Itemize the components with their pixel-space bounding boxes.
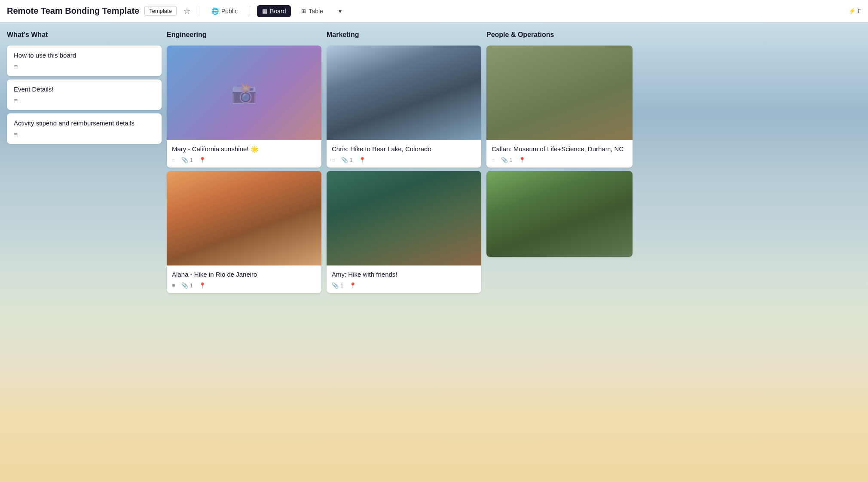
- pin-icon: 📍: [349, 282, 356, 289]
- pin-icon: 📍: [199, 157, 206, 163]
- attachment-meta: 📎 1: [181, 157, 193, 163]
- paperclip-icon: 📎: [501, 157, 508, 163]
- pin-icon: 📍: [519, 157, 526, 163]
- card-image-mary: [167, 46, 321, 140]
- pin-meta: 📍: [359, 157, 366, 163]
- page-title: Remote Team Bonding Template: [7, 6, 139, 16]
- card-body: Mary - California sunshine! 🌟 ≡ 📎 1 📍: [167, 140, 321, 168]
- more-views-button[interactable]: ▾: [333, 5, 347, 17]
- card-meta: ≡ 📎 1 📍: [492, 157, 627, 163]
- card-meta: ≡ 📎 1 📍: [172, 282, 316, 289]
- attachment-count: 1: [190, 157, 193, 163]
- pin-meta: 📍: [349, 282, 356, 289]
- card-image-alana: [167, 171, 321, 265]
- lines-meta: ≡: [172, 282, 175, 289]
- card-meta: 📎 1 📍: [332, 282, 476, 289]
- paperclip-icon: 📎: [341, 157, 348, 163]
- lines-meta: ≡: [492, 157, 495, 163]
- lines-icon: ≡: [14, 131, 155, 139]
- lines-icon: ≡: [172, 157, 175, 163]
- column-engineering: Engineering Mary - California sunshine! …: [167, 29, 321, 475]
- column-whats-what: What's What How to use this board ≡ Even…: [7, 29, 162, 475]
- card-body: Amy: Hike with friends! 📎 1 📍: [327, 265, 481, 293]
- filter-button[interactable]: ⚡ F: [849, 8, 861, 14]
- divider: [199, 6, 199, 16]
- lines-icon: ≡: [14, 97, 155, 105]
- paperclip-icon: 📎: [332, 282, 339, 289]
- column-header-whats-what: What's What: [7, 29, 162, 42]
- pin-meta: 📍: [519, 157, 526, 163]
- attachment-count: 1: [190, 282, 193, 289]
- public-button[interactable]: 🌐 Public: [206, 5, 243, 17]
- lines-meta: ≡: [332, 157, 335, 163]
- table-icon: ⊞: [301, 8, 306, 14]
- pin-icon: 📍: [359, 157, 366, 163]
- card-title: Callan: Museum of Life+Science, Durham, …: [492, 144, 627, 153]
- column-header-marketing: Marketing: [327, 29, 481, 42]
- card-title: Alana - Hike in Rio de Janeiro: [172, 270, 316, 279]
- card-image-second-po: [486, 171, 633, 257]
- attachment-meta: 📎 1: [332, 282, 343, 289]
- card-alana[interactable]: Alana - Hike in Rio de Janeiro ≡ 📎 1 📍: [167, 171, 321, 293]
- board-icon: ▦: [262, 8, 267, 14]
- card-body: Alana - Hike in Rio de Janeiro ≡ 📎 1 📍: [167, 265, 321, 293]
- table-view-button[interactable]: ⊞ Table: [296, 5, 328, 17]
- card-activity-stipend[interactable]: Activity stipend and reimbursement detai…: [7, 113, 162, 144]
- divider-2: [250, 6, 250, 16]
- column-people-ops: People & Operations Callan: Museum of Li…: [486, 29, 633, 475]
- lines-meta: ≡: [172, 157, 175, 163]
- card-body: Callan: Museum of Life+Science, Durham, …: [486, 140, 633, 168]
- template-badge[interactable]: Template: [144, 6, 177, 16]
- star-icon: ☆: [183, 6, 190, 16]
- attachment-count: 1: [350, 157, 353, 163]
- card-image-callan: [486, 46, 633, 140]
- card-title: Event Details!: [14, 85, 155, 93]
- header-right-actions: ⚡ F: [849, 8, 861, 14]
- filter-icon: ⚡: [849, 8, 856, 14]
- column-header-people-ops: People & Operations: [486, 29, 633, 42]
- card-callan[interactable]: Callan: Museum of Life+Science, Durham, …: [486, 46, 633, 168]
- globe-icon: 🌐: [211, 8, 219, 15]
- card-chris[interactable]: Chris: Hike to Bear Lake, Colorado ≡ 📎 1…: [327, 46, 481, 168]
- lines-icon: ≡: [172, 282, 175, 289]
- card-title: Activity stipend and reimbursement detai…: [14, 119, 155, 127]
- attachment-meta: 📎 1: [341, 157, 353, 163]
- card-meta: ≡ 📎 1 📍: [332, 157, 476, 163]
- card-event-details[interactable]: Event Details! ≡: [7, 79, 162, 110]
- card-title: Amy: Hike with friends!: [332, 270, 476, 279]
- attachment-count: 1: [510, 157, 513, 163]
- card-meta: ≡ 📎 1 📍: [172, 157, 316, 163]
- board-view-button[interactable]: ▦ Board: [257, 5, 291, 17]
- card-second-po[interactable]: [486, 171, 633, 257]
- attachment-count: 1: [340, 282, 343, 289]
- card-how-to-use[interactable]: How to use this board ≡: [7, 46, 162, 76]
- paperclip-icon: 📎: [181, 157, 188, 163]
- app-header: Remote Team Bonding Template Template ☆ …: [0, 0, 868, 22]
- card-image-chris: [327, 46, 481, 140]
- card-amy[interactable]: Amy: Hike with friends! 📎 1 📍: [327, 171, 481, 293]
- pin-meta: 📍: [199, 282, 206, 289]
- attachment-meta: 📎 1: [181, 282, 193, 289]
- card-image-amy: [327, 171, 481, 265]
- pin-meta: 📍: [199, 157, 206, 163]
- attachment-meta: 📎 1: [501, 157, 513, 163]
- chevron-down-icon: ▾: [339, 8, 342, 15]
- lines-icon: ≡: [332, 157, 335, 163]
- paperclip-icon: 📎: [181, 282, 188, 289]
- card-title: Chris: Hike to Bear Lake, Colorado: [332, 144, 476, 153]
- lines-icon: ≡: [492, 157, 495, 163]
- card-title: How to use this board: [14, 52, 155, 59]
- card-body: Chris: Hike to Bear Lake, Colorado ≡ 📎 1…: [327, 140, 481, 168]
- column-header-engineering: Engineering: [167, 29, 321, 42]
- pin-icon: 📍: [199, 282, 206, 289]
- star-button[interactable]: ☆: [182, 5, 192, 18]
- lines-icon: ≡: [14, 63, 155, 71]
- board-container: What's What How to use this board ≡ Even…: [0, 22, 868, 482]
- column-marketing: Marketing Chris: Hike to Bear Lake, Colo…: [327, 29, 481, 475]
- card-mary[interactable]: Mary - California sunshine! 🌟 ≡ 📎 1 📍: [167, 46, 321, 168]
- card-title: Mary - California sunshine! 🌟: [172, 144, 316, 153]
